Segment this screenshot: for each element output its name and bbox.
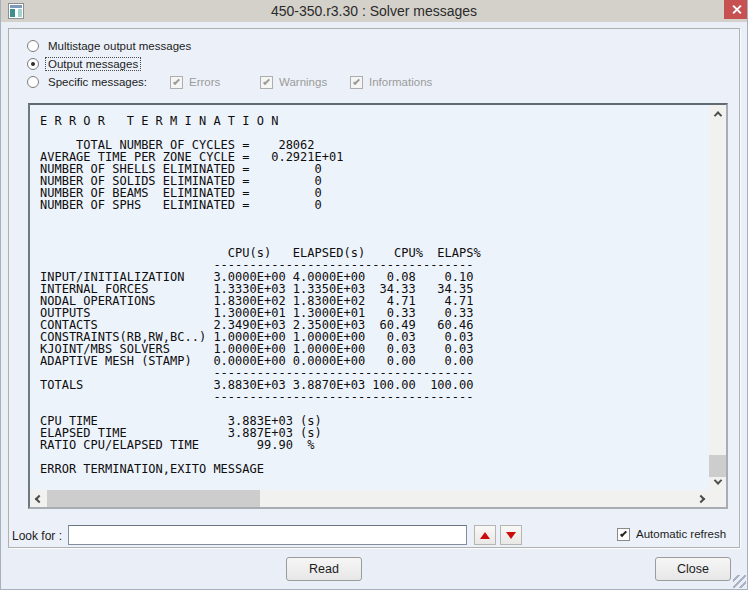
chevron-right-icon bbox=[696, 494, 704, 502]
chevron-up-icon bbox=[713, 111, 721, 119]
checkbox-warnings: Warnings bbox=[260, 75, 327, 89]
read-button[interactable]: Read bbox=[286, 557, 362, 581]
red-triangle-down-icon bbox=[506, 532, 516, 539]
window-title: 450-350.r3.30 : Solver messages bbox=[0, 0, 748, 22]
radio-label: Output messages bbox=[46, 58, 140, 70]
checkbox-label: Errors bbox=[189, 76, 220, 88]
search-next-button[interactable] bbox=[500, 525, 522, 545]
checkbox-label: Warnings bbox=[279, 76, 327, 88]
checkbox-informations: Informations bbox=[350, 75, 432, 89]
radio-unchecked-icon bbox=[27, 40, 39, 52]
radio-multistage-output-messages[interactable]: Multistage output messages bbox=[27, 39, 193, 53]
checkbox-checked-icon bbox=[170, 76, 183, 89]
close-icon bbox=[731, 4, 742, 15]
scroll-left-button[interactable] bbox=[30, 490, 47, 507]
chevron-left-icon bbox=[34, 494, 42, 502]
solver-output-text[interactable]: E R R O R T E R M I N A T I O N TOTAL NU… bbox=[30, 105, 709, 490]
radio-output-messages[interactable]: Output messages bbox=[27, 57, 140, 71]
solver-output-box: E R R O R T E R M I N A T I O N TOTAL NU… bbox=[28, 103, 728, 509]
checkbox-checked-icon bbox=[260, 76, 273, 89]
automatic-refresh-checkbox[interactable]: Automatic refresh bbox=[617, 527, 726, 541]
radio-label: Specific messages: bbox=[46, 76, 149, 88]
scrollbar-corner bbox=[709, 490, 726, 507]
radio-specific-messages[interactable]: Specific messages: bbox=[27, 75, 149, 89]
checkbox-label: Informations bbox=[369, 76, 432, 88]
vertical-scrollbar[interactable] bbox=[709, 105, 726, 490]
scroll-right-button[interactable] bbox=[692, 490, 709, 507]
look-for-input[interactable] bbox=[68, 525, 467, 545]
radio-checked-icon bbox=[27, 58, 39, 70]
scroll-down-button[interactable] bbox=[709, 473, 726, 490]
horizontal-scrollbar[interactable] bbox=[30, 490, 709, 507]
checkbox-label: Automatic refresh bbox=[636, 528, 726, 540]
chevron-down-icon bbox=[713, 476, 721, 484]
look-for-label: Look for : bbox=[12, 526, 62, 546]
red-triangle-up-icon bbox=[480, 532, 490, 539]
resize-grip[interactable] bbox=[733, 575, 746, 588]
radio-label: Multistage output messages bbox=[46, 40, 193, 52]
horizontal-scrollbar-thumb[interactable] bbox=[47, 490, 260, 507]
titlebar[interactable]: 450-350.r3.30 : Solver messages bbox=[0, 0, 748, 22]
checkbox-checked-icon bbox=[617, 528, 630, 541]
radio-unchecked-icon bbox=[27, 76, 39, 88]
checkbox-checked-icon bbox=[350, 76, 363, 89]
window-close-button[interactable] bbox=[724, 0, 748, 19]
checkbox-errors: Errors bbox=[170, 75, 220, 89]
search-previous-button[interactable] bbox=[474, 525, 496, 545]
content-frame: Multistage output messages Output messag… bbox=[8, 28, 740, 548]
solver-messages-dialog: 450-350.r3.30 : Solver messages Multista… bbox=[0, 0, 748, 590]
close-button[interactable]: Close bbox=[655, 557, 731, 581]
scroll-up-button[interactable] bbox=[709, 105, 726, 122]
